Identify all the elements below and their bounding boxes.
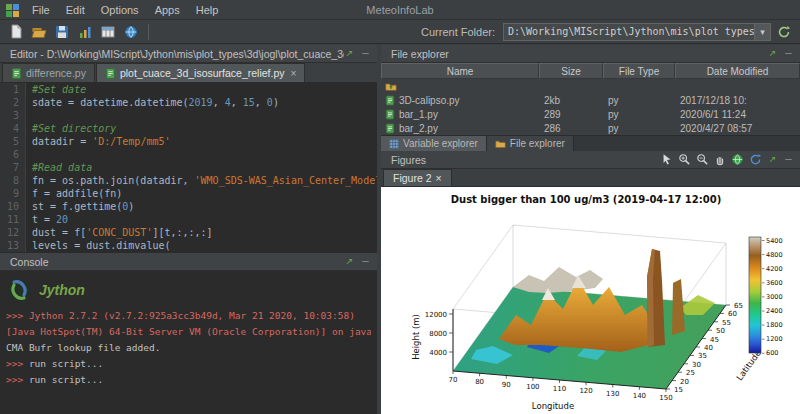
colorbar-tick-label: 3600: [766, 279, 783, 287]
code-segment: t =: [32, 214, 56, 225]
line-number: 8: [0, 174, 26, 187]
console-body[interactable]: Jython >>> Jython 2.7.2 (v2.7.2:925a3cc3…: [0, 271, 377, 414]
table-icon[interactable]: [98, 22, 118, 42]
code-line: 2sdate = datetime.datetime(2019, 4, 15, …: [0, 96, 377, 109]
table-row-parent-folder[interactable]: [381, 79, 800, 93]
tab-label: plot_cuace_3d_isosurface_relief.py: [120, 67, 285, 79]
line-number: 7: [0, 161, 26, 174]
code-line: 5datadir = 'D:/Temp/mm5': [0, 135, 377, 148]
z-tick-label: 12000: [425, 311, 447, 319]
file-explorer-title: File explorer: [391, 48, 767, 60]
console-line: >>> run script...: [6, 372, 371, 388]
pan-hand-icon[interactable]: [714, 153, 726, 166]
y-tick-label: 15: [674, 386, 683, 394]
rotate-icon[interactable]: [749, 153, 762, 166]
column-header-date-modified[interactable]: Date Modified: [675, 63, 800, 79]
main-toolbar: Current Folder: D:\Working\MIScript\Jyth…: [0, 20, 800, 44]
column-header-size[interactable]: Size: [539, 63, 603, 79]
menu-apps[interactable]: Apps: [148, 3, 187, 17]
menu-help[interactable]: Help: [189, 3, 226, 17]
zoom-out-icon[interactable]: [696, 153, 709, 166]
tab-plot-cuace-3d-isosurface-relief-py[interactable]: plot_cuace_3d_isosurface_relief.py ×: [96, 63, 305, 82]
menu-file[interactable]: File: [25, 3, 57, 17]
file-date: 2017/12/18 10:: [675, 95, 800, 106]
table-row[interactable]: bar_1.py 289 py 2020/6/1 11:24: [381, 107, 800, 121]
code-line: 13levels = dust.dimvalue(: [0, 239, 377, 252]
full-extent-globe-icon[interactable]: [731, 153, 744, 166]
globe-icon[interactable]: [121, 22, 141, 42]
y-tick-label: 25: [686, 369, 695, 377]
close-icon[interactable]: ×: [436, 172, 442, 184]
menu-edit[interactable]: Edit: [59, 3, 92, 17]
table-row[interactable]: 3D-calipso.py 2kb py 2017/12/18 10:: [381, 93, 800, 107]
y-tick-label: 50: [716, 327, 725, 335]
code-segment: 15: [243, 97, 255, 108]
float-icon[interactable]: ↗: [767, 154, 778, 165]
code-text: datadir = 'D:/Temp/mm5': [26, 135, 171, 148]
chart-icon[interactable]: [75, 22, 95, 42]
code-line: 8fn = os.path.join(datadir, 'WMO_SDS-WAS…: [0, 174, 377, 187]
line-number: 6: [0, 148, 26, 161]
menu-options[interactable]: Options: [94, 3, 146, 17]
minimize-icon[interactable]: ─: [783, 48, 794, 59]
tab-variable-explorer[interactable]: Variable explorer: [381, 136, 487, 151]
column-header-name[interactable]: Name: [381, 63, 539, 79]
save-icon[interactable]: [52, 22, 72, 42]
code-editor[interactable]: 1#Set date 2sdate = datetime.datetime(20…: [0, 83, 377, 253]
table-row[interactable]: bar_2.py 286 py 2020/4/27 08:57: [381, 121, 800, 135]
tab-label: File explorer: [510, 138, 565, 149]
code-segment: 2019: [189, 97, 213, 108]
code-text: levels = dust.dimvalue(: [26, 239, 170, 252]
select-arrow-icon[interactable]: [661, 153, 673, 166]
float-icon[interactable]: ↗: [344, 256, 355, 267]
figure-canvas[interactable]: Dust bigger than 100 ug/m3 (2019-04-17 1…: [381, 187, 800, 414]
new-file-icon[interactable]: [6, 22, 26, 42]
console-segment: [Java HotSpot(TM) 64-Bit Server VM (Orac…: [6, 326, 371, 337]
colorbar-tick-marks: [762, 241, 765, 354]
code-segment: 'D:/Temp/mm5': [92, 136, 170, 147]
console-prompt: >>>: [6, 358, 29, 369]
file-table-header: Name Size File Type Date Modified: [381, 63, 800, 79]
line-number: 4: [0, 122, 26, 135]
meteoinfolab-window: MeteoInfoLab File Edit Options Apps Help: [0, 0, 800, 414]
file-name: bar_1.py: [399, 109, 438, 120]
minimize-icon[interactable]: ─: [360, 256, 371, 267]
file-explorer-controls: ↗ ─: [767, 48, 794, 59]
column-header-file-type[interactable]: File Type: [603, 63, 675, 79]
minimize-icon[interactable]: ─: [783, 154, 794, 165]
tab-file-explorer[interactable]: File explorer: [487, 136, 574, 151]
open-folder-icon[interactable]: [29, 22, 49, 42]
console-prompt: >>>: [6, 374, 29, 385]
code-line: 9f = addfile(fn): [0, 187, 377, 200]
console-line: CMA Bufr lookup file added.: [6, 340, 371, 356]
tab-label: Figure 2: [393, 172, 432, 184]
minimize-icon[interactable]: ─: [360, 48, 371, 59]
toolbar-separator: [148, 24, 149, 40]
code-text: #Set directory: [26, 122, 116, 135]
float-icon[interactable]: ↗: [767, 48, 778, 59]
chevron-down-icon[interactable]: ▾: [754, 24, 770, 40]
py-file-icon: [11, 68, 22, 79]
close-icon[interactable]: ×: [291, 68, 297, 79]
line-number: 10: [0, 200, 26, 213]
code-segment: datadir =: [32, 136, 92, 147]
zoom-in-icon[interactable]: [678, 153, 691, 166]
code-segment: #Set date: [32, 84, 86, 95]
tab-difference-py[interactable]: difference.py: [2, 63, 95, 82]
y-tick-label: 35: [698, 352, 707, 360]
current-folder-combobox[interactable]: D:\Working\MIScript\Jython\mis\plot_type…: [503, 23, 771, 41]
current-folder-label: Current Folder:: [421, 26, 495, 38]
console-segment: >>> Jython 2.7.2 (v2.7.2:925a3cc3b49d, M…: [6, 310, 355, 321]
colorbar-tick-label: 3000: [766, 293, 783, 301]
figures-header: Figures ↗ ─: [381, 151, 800, 169]
z-tick-labels: 4000 8000 12000: [425, 311, 447, 357]
file-size: 289: [539, 109, 603, 120]
y-tick-label: 30: [692, 361, 701, 369]
tab-figure-2[interactable]: Figure 2 ×: [383, 169, 452, 186]
colorbar-tick-label: 4200: [766, 265, 783, 273]
y-tick-label: 45: [710, 336, 719, 344]
refresh-icon[interactable]: [774, 22, 794, 42]
line-number: 5: [0, 135, 26, 148]
line-number: 13: [0, 239, 26, 252]
float-icon[interactable]: ↗: [344, 48, 355, 59]
